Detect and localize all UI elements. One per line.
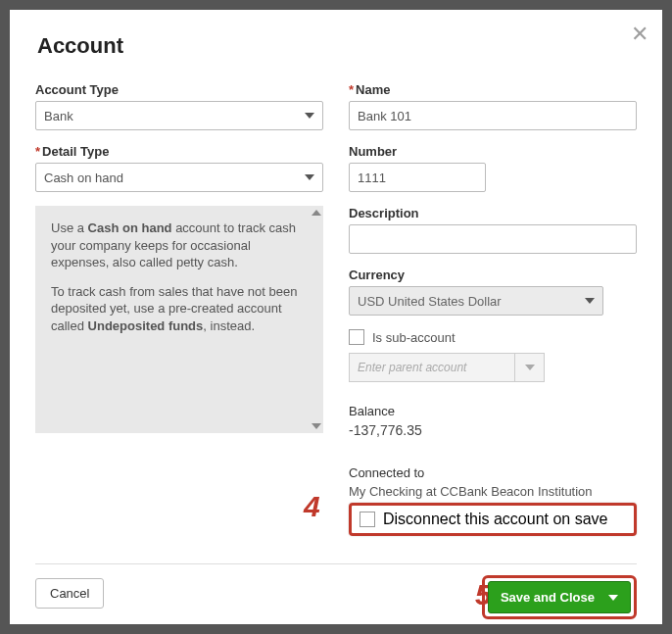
save-highlight: Save and Close xyxy=(482,575,637,619)
balance-value: -137,776.35 xyxy=(349,422,637,438)
number-input[interactable]: 1111 xyxy=(349,163,486,192)
chevron-down-icon xyxy=(525,365,535,370)
chevron-down-icon xyxy=(585,298,595,304)
sub-account-checkbox[interactable] xyxy=(349,329,364,345)
balance-label: Balance xyxy=(349,404,637,418)
description-label: Description xyxy=(349,206,637,220)
parent-account-input[interactable]: Enter parent account xyxy=(349,353,515,382)
connected-to-value: My Checking at CCBank Beacon Institution xyxy=(349,484,637,499)
chevron-down-icon xyxy=(608,595,618,601)
sub-account-label: Is sub-account xyxy=(372,330,456,345)
scroll-up-icon[interactable] xyxy=(312,210,321,216)
divider xyxy=(35,563,637,564)
disconnect-highlight: Disconnect this account on save xyxy=(349,503,637,536)
connected-to-label: Connected to xyxy=(349,465,637,480)
disconnect-label: Disconnect this account on save xyxy=(383,511,607,528)
parent-account-dropdown[interactable] xyxy=(515,353,545,382)
account-type-select[interactable]: Bank xyxy=(35,101,323,130)
disconnect-checkbox[interactable] xyxy=(360,512,375,527)
detail-type-help: Use a Cash on hand account to track cash… xyxy=(35,206,323,433)
chevron-down-icon xyxy=(305,174,314,180)
currency-value: USD United States Dollar xyxy=(358,294,502,309)
account-type-label: Account Type xyxy=(35,82,323,97)
account-type-value: Bank xyxy=(44,109,73,123)
annotation-4: 4 xyxy=(304,490,320,523)
number-label: Number xyxy=(349,144,637,159)
page-title: Account xyxy=(37,33,637,59)
save-and-close-button[interactable]: Save and Close xyxy=(488,581,631,613)
currency-label: Currency xyxy=(349,268,637,282)
account-modal: ✕ Account Account Type Bank Detail Type … xyxy=(10,10,662,624)
detail-type-select[interactable]: Cash on hand xyxy=(35,163,323,192)
name-label: Name xyxy=(349,82,637,97)
description-input[interactable] xyxy=(349,224,637,254)
detail-type-label: Detail Type xyxy=(35,144,323,159)
currency-select[interactable]: USD United States Dollar xyxy=(349,286,603,316)
scroll-down-icon[interactable] xyxy=(312,423,321,429)
chevron-down-icon xyxy=(305,113,314,119)
cancel-button[interactable]: Cancel xyxy=(35,578,104,609)
name-input[interactable]: Bank 101 xyxy=(349,101,637,130)
detail-type-value: Cash on hand xyxy=(44,171,123,185)
close-icon[interactable]: ✕ xyxy=(631,24,648,45)
